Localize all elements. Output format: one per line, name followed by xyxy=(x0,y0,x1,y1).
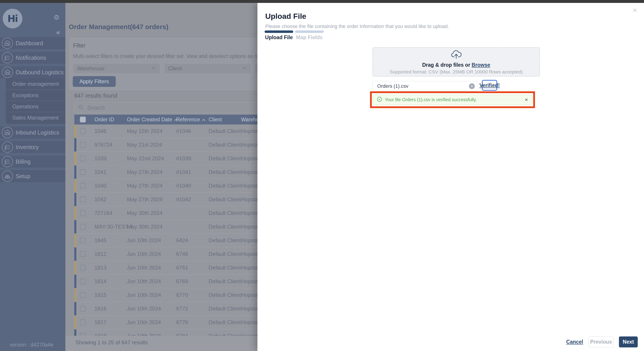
cell-order-id: 1042 xyxy=(94,196,127,202)
sidebar-subitem[interactable]: Sales Management xyxy=(6,112,65,123)
cell-client: Default Client xyxy=(208,142,241,148)
cell-order-created-date: May 15th 2024 xyxy=(127,128,176,134)
cell-reference: #1042 xyxy=(176,196,208,202)
step-upload-file[interactable]: Upload File xyxy=(264,30,293,40)
sort-asc-icon[interactable] xyxy=(202,117,206,123)
sidebar-subitem[interactable]: Operations xyxy=(6,101,65,112)
row-checkbox[interactable] xyxy=(80,238,86,243)
cell-client: Default Client xyxy=(208,183,241,189)
chevron-down-icon xyxy=(242,66,247,70)
cell-order-id: MAY-30-TEST-1 xyxy=(94,224,127,230)
sidebar-item-inbound-logistics[interactable]: Inbound Logistics xyxy=(0,126,65,138)
modal-subtitle: Please choose the file containing the or… xyxy=(265,24,449,29)
column-order-created-date: Order Created Date xyxy=(127,117,176,123)
sidebar-item-setup[interactable]: Setup xyxy=(0,170,65,182)
sidebar-item-notifications[interactable]: Notifications xyxy=(0,52,65,64)
cell-client: Default Client xyxy=(208,224,241,230)
row-checkbox[interactable] xyxy=(80,169,86,175)
cell-order-created-date: Jun 10th 2024 xyxy=(127,264,176,271)
column-reference: Reference xyxy=(176,117,208,123)
row-status-accent xyxy=(74,329,76,336)
sidebar-subitem-label: Order management xyxy=(12,81,59,87)
cell-order-created-date: Jun 10th 2024 xyxy=(127,278,176,284)
cell-client: Default Client xyxy=(208,306,241,312)
sidebar: Hi ⚙ « Dashboard Notifications xyxy=(0,3,65,351)
cell-client: Default Client xyxy=(208,292,241,298)
sidebar-collapse-icon[interactable]: « xyxy=(56,29,60,36)
row-checkbox[interactable] xyxy=(80,183,86,189)
upload-file-modal: ✕ Upload File Please choose the file con… xyxy=(258,3,644,351)
close-icon[interactable]: ✕ xyxy=(632,7,637,14)
cell-order-created-date: May 21st 2024 xyxy=(127,142,176,148)
cell-reference: 6770 xyxy=(176,292,208,298)
row-checkbox[interactable] xyxy=(80,142,86,148)
row-status-accent xyxy=(74,206,76,220)
cell-client: Default Client xyxy=(208,237,241,244)
row-checkbox[interactable] xyxy=(80,196,86,202)
file-dropzone[interactable]: Drag & drop files or Browse Supported fo… xyxy=(372,47,540,76)
sidebar-item-billing[interactable]: Billing xyxy=(0,156,65,168)
sidebar-item-dashboard[interactable]: Dashboard xyxy=(0,37,65,49)
next-button[interactable]: Next xyxy=(619,336,638,348)
dropdown-selected-value: Client xyxy=(168,65,182,72)
cell-order-created-date: Jun 10th 2024 xyxy=(127,292,176,298)
sidebar-subitem-label: Exceptions xyxy=(12,92,38,98)
cell-order-created-date: May 22nd 2024 xyxy=(127,155,176,162)
row-checkbox[interactable] xyxy=(80,292,86,298)
row-checkbox[interactable] xyxy=(80,251,86,257)
checklist-icon xyxy=(2,156,13,167)
row-checkbox[interactable] xyxy=(80,265,86,271)
sidebar-subitem[interactable]: Order management xyxy=(6,78,65,90)
previous-button[interactable]: Previous xyxy=(588,336,614,348)
sidebar-item-label: Setup xyxy=(16,173,30,180)
row-checkbox[interactable] xyxy=(80,278,86,284)
alert-close-icon[interactable]: ✕ xyxy=(525,98,528,102)
apply-filters-button[interactable]: Apply Filters xyxy=(73,76,116,87)
cell-reference: #1041 xyxy=(176,169,208,175)
hopstack-logo[interactable]: Hi xyxy=(3,9,22,28)
sidebar-subitem[interactable]: Exceptions xyxy=(6,90,65,101)
row-checkbox[interactable] xyxy=(80,333,86,336)
sidebar-item-label: Billing xyxy=(16,158,31,165)
cell-order-created-date: Jun 10th 2024 xyxy=(127,319,176,326)
cell-order-id: 1815 xyxy=(94,292,127,298)
row-checkbox[interactable] xyxy=(80,128,86,134)
remove-file-icon[interactable]: ✕ xyxy=(469,83,475,89)
cell-client: Default Client xyxy=(208,251,241,257)
step-label: Upload File xyxy=(264,34,293,40)
cell-reference: 6772 xyxy=(176,306,208,312)
step-map-fields[interactable]: Map Fields xyxy=(295,30,324,40)
select-all-checkbox[interactable] xyxy=(80,117,86,122)
row-status-accent xyxy=(74,247,76,261)
row-checkbox[interactable] xyxy=(80,224,86,230)
cell-order-id: 976724 xyxy=(94,142,127,148)
success-alert: Your file Orders (1).csv is verified suc… xyxy=(373,95,532,105)
filter-dropdown[interactable]: Client xyxy=(164,63,251,74)
sidebar-item-label: Inbound Logistics xyxy=(16,130,59,136)
row-checkbox[interactable] xyxy=(80,306,86,312)
cell-reference: 6784 xyxy=(176,333,208,336)
browser-chrome-bar xyxy=(0,0,644,3)
gear-icon[interactable]: ⚙ xyxy=(54,14,60,21)
sidebar-item-inventory[interactable]: Inventory xyxy=(0,141,65,153)
checklist-icon xyxy=(2,142,13,153)
row-status-accent xyxy=(74,152,76,165)
cancel-button[interactable]: Cancel xyxy=(566,339,583,345)
row-checkbox[interactable] xyxy=(80,156,86,162)
selected-file-row: Orders (1).csv ✕ Verified! xyxy=(372,81,497,91)
filter-dropdown[interactable]: Warehouse xyxy=(73,63,160,74)
cell-client: Default Client xyxy=(208,264,241,271)
row-checkbox[interactable] xyxy=(80,320,86,325)
sidebar-item-label: Inventory xyxy=(16,144,39,150)
verified-button[interactable]: Verified! xyxy=(482,80,497,91)
cell-reference: 6424 xyxy=(176,237,208,244)
browse-link[interactable]: Browse xyxy=(472,62,490,68)
sidebar-item-label: Outbound Logistics xyxy=(16,69,64,76)
cell-order-id: 1039 xyxy=(94,155,127,162)
row-checkbox[interactable] xyxy=(80,210,86,216)
sidebar-item-outbound-logistics[interactable]: Outbound Logistics xyxy=(0,66,65,78)
row-status-accent xyxy=(74,220,76,234)
sidebar-subitem-label: Operations xyxy=(12,104,38,110)
app-root: Hi ⚙ « Dashboard Notifications xyxy=(0,0,644,351)
app-version: version : d4270a4e xyxy=(10,342,54,348)
